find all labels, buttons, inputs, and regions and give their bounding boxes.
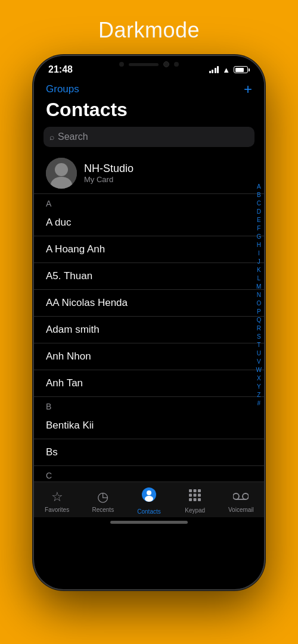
tab-voicemail[interactable]: Voicemail: [218, 489, 264, 513]
alpha-T[interactable]: T: [257, 341, 260, 349]
list-item[interactable]: Anh Tan: [34, 370, 264, 397]
status-time: 21:48: [48, 64, 73, 75]
add-contact-button[interactable]: +: [244, 82, 252, 96]
search-input[interactable]: Search: [58, 132, 88, 142]
status-icons: ▲: [209, 65, 250, 74]
tab-keypad-label: Keypad: [185, 507, 205, 514]
alpha-B[interactable]: B: [257, 191, 261, 199]
phone-wrapper: 21:48 ▲: [33, 55, 265, 590]
alpha-A[interactable]: A: [257, 183, 261, 190]
contact-name: A5. Thuan: [46, 270, 92, 282]
notch-camera: [163, 61, 169, 67]
alpha-I[interactable]: I: [258, 249, 260, 257]
contact-name: Anh Tan: [46, 377, 83, 389]
alpha-D[interactable]: D: [257, 208, 261, 215]
phone-frame: 21:48 ▲: [33, 55, 265, 590]
alpha-Y[interactable]: Y: [257, 383, 261, 390]
avatar: [46, 158, 77, 189]
alpha-G[interactable]: G: [256, 233, 261, 240]
list-item[interactable]: A Hoang Anh: [34, 236, 264, 263]
alpha-E[interactable]: E: [257, 216, 261, 224]
favorites-icon: ☆: [51, 489, 63, 505]
svg-rect-12: [189, 498, 192, 501]
notch-speaker: [129, 63, 159, 66]
list-item[interactable]: AA Nicolas Henda: [34, 290, 264, 317]
section-header-a: A: [34, 194, 264, 210]
contact-name: Bs: [46, 446, 58, 458]
alpha-Q[interactable]: Q: [256, 316, 261, 324]
alpha-J[interactable]: J: [257, 258, 260, 265]
list-item[interactable]: Bentika Kii: [34, 412, 264, 439]
alpha-W[interactable]: W: [256, 366, 262, 374]
contact-name: A Hoang Anh: [46, 243, 105, 255]
alpha-F[interactable]: F: [257, 224, 260, 232]
alpha-V[interactable]: V: [257, 358, 261, 365]
tab-voicemail-label: Voicemail: [228, 507, 254, 513]
contacts-icon: [141, 487, 157, 507]
search-bar[interactable]: ⌕ Search: [44, 127, 254, 147]
alpha-O[interactable]: O: [256, 299, 261, 307]
svg-point-15: [233, 493, 239, 499]
alpha-M[interactable]: M: [256, 283, 261, 290]
tab-contacts-label: Contacts: [137, 508, 160, 515]
svg-point-4: [147, 490, 151, 495]
svg-rect-10: [194, 493, 197, 496]
alpha-N[interactable]: N: [257, 291, 261, 299]
alpha-U[interactable]: U: [257, 349, 261, 357]
contact-name: A duc: [46, 217, 72, 229]
alpha-L[interactable]: L: [257, 274, 260, 282]
svg-point-1: [55, 163, 68, 176]
alpha-H[interactable]: H: [257, 241, 261, 249]
my-card[interactable]: NH-Studio My Card: [34, 153, 264, 194]
tab-keypad[interactable]: Keypad: [172, 489, 218, 514]
list-item[interactable]: Bs: [34, 439, 264, 466]
tab-favorites-label: Favorites: [45, 507, 69, 513]
search-icon: ⌕: [49, 132, 54, 142]
contact-name: Anh Nhon: [46, 351, 91, 362]
svg-rect-14: [198, 498, 201, 501]
voicemail-icon: [233, 489, 249, 505]
home-bar: [110, 521, 188, 524]
alpha-K[interactable]: K: [257, 266, 261, 274]
my-card-label: My Card: [84, 175, 134, 184]
alpha-R[interactable]: R: [257, 324, 261, 332]
keypad-icon: [188, 489, 201, 505]
alpha-S[interactable]: S: [257, 333, 261, 340]
nav-bar: Groups +: [34, 79, 264, 96]
notch-dot-left: [119, 62, 124, 67]
wifi-icon: ▲: [222, 65, 230, 74]
contact-name: Adam smith: [46, 324, 100, 336]
page-title: Darkmode: [98, 18, 200, 43]
section-header-b: B: [34, 397, 264, 412]
svg-rect-6: [189, 489, 192, 492]
groups-button[interactable]: Groups: [46, 83, 79, 95]
alpha-P[interactable]: P: [257, 308, 261, 315]
alpha-X[interactable]: X: [257, 374, 261, 382]
battery-icon: [234, 66, 250, 73]
list-item[interactable]: A5. Thuan: [34, 263, 264, 290]
svg-rect-8: [198, 489, 201, 492]
tab-recents[interactable]: ◷ Recents: [80, 489, 126, 513]
svg-rect-11: [198, 493, 201, 496]
notch-dot-right: [174, 62, 179, 67]
notch: [104, 56, 194, 73]
section-header-c: C: [34, 466, 264, 482]
svg-rect-9: [189, 493, 192, 496]
tab-favorites[interactable]: ☆ Favorites: [34, 489, 80, 513]
app-content: Groups + Contacts ⌕ Search: [34, 79, 264, 530]
my-card-name: NH-Studio: [84, 162, 134, 175]
alpha-Z[interactable]: Z: [257, 391, 260, 399]
list-item[interactable]: Adam smith: [34, 317, 264, 343]
tab-contacts[interactable]: Contacts: [126, 487, 172, 515]
alphabet-index[interactable]: A B C D E F G H I J K L M N O: [256, 183, 262, 407]
phone-screen: 21:48 ▲: [34, 56, 264, 589]
list-item[interactable]: Anh Nhon: [34, 343, 264, 370]
alpha-hash[interactable]: #: [257, 399, 260, 407]
contact-name: AA Nicolas Henda: [46, 297, 128, 309]
recents-icon: ◷: [97, 489, 108, 505]
alpha-C[interactable]: C: [257, 199, 261, 207]
list-item[interactable]: A duc: [34, 210, 264, 236]
svg-rect-13: [194, 498, 197, 501]
tab-recents-label: Recents: [92, 507, 114, 513]
contacts-list[interactable]: NH-Studio My Card A A duc A Hoang Anh A5…: [34, 153, 264, 482]
